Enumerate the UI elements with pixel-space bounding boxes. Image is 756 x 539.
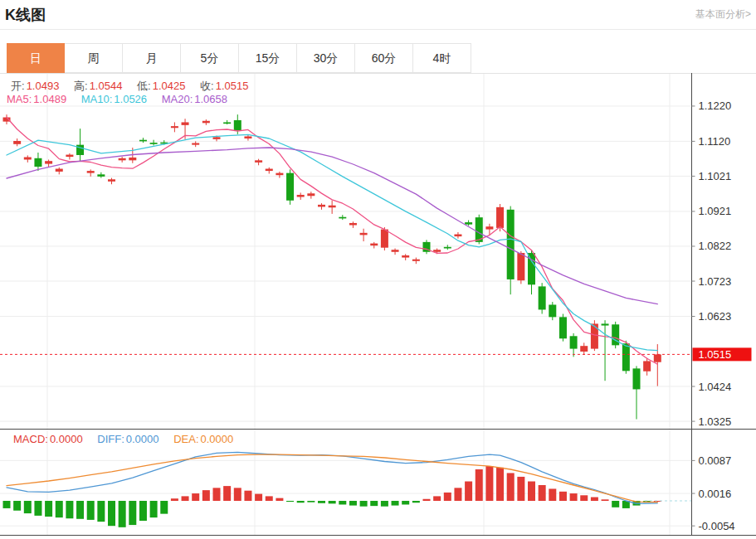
macd-hist-bar (454, 488, 461, 501)
tab-month[interactable]: 月 (123, 43, 181, 73)
candle-body (297, 195, 305, 197)
tab-4hour[interactable]: 4时 (413, 43, 471, 73)
price-axis-label: 1.0822 (699, 240, 732, 252)
candle-body (329, 206, 336, 208)
candle-body (192, 143, 199, 145)
kline-page: K线图 基本面分析> 日 周 月 5分 15分 30分 60分 4时 1.122… (0, 0, 756, 539)
candle-body (643, 361, 651, 371)
tab-15min[interactable]: 15分 (239, 43, 297, 73)
candle-body (349, 223, 357, 226)
macd-hist-bar (485, 466, 493, 501)
macd-hist-bar (97, 501, 105, 522)
macd-hist-bar (517, 477, 524, 501)
macd-hist-bar (360, 501, 368, 507)
macd-hist-bar (570, 493, 578, 501)
macd-hist-bar (244, 491, 251, 501)
ma20-line (7, 148, 657, 304)
candle-body (622, 343, 630, 371)
candle-body (539, 286, 546, 309)
tab-week[interactable]: 周 (65, 43, 123, 73)
candle-body (213, 137, 221, 139)
candle-body (412, 260, 420, 261)
candle-body (150, 143, 158, 144)
macd-hist-bar (370, 501, 378, 506)
candle-body (13, 141, 21, 144)
candle-body (97, 174, 105, 177)
period-tab-bar: 日 周 月 5分 15分 30分 60分 4时 (7, 43, 471, 73)
macd-hist-bar (76, 501, 84, 519)
candle-body (34, 158, 41, 167)
macd-hist-bar (266, 496, 273, 501)
candle-body (496, 207, 504, 228)
candle-body (559, 317, 567, 338)
macd-hist-bar (119, 501, 126, 527)
candle-body (517, 253, 524, 280)
macd-hist-bar (192, 493, 199, 501)
price-axis-label: 1.0325 (699, 415, 732, 428)
candle-body (139, 140, 147, 142)
tab-60min[interactable]: 60分 (355, 43, 413, 73)
macd-hist-bar (433, 496, 441, 501)
fundamental-analysis-link[interactable]: 基本面分析> (695, 7, 751, 22)
candle-body (339, 217, 346, 219)
candle-body (286, 173, 294, 201)
candle-body (318, 205, 325, 207)
macd-hist-bar (349, 501, 357, 506)
price-axis-label: 1.0424 (699, 381, 732, 393)
macd-hist-bar (234, 488, 241, 501)
candle-body (633, 368, 641, 389)
tab-5min[interactable]: 5分 (181, 43, 239, 73)
kline-chart-canvas[interactable]: 1.12201.11201.10211.09211.08221.07231.06… (0, 73, 756, 539)
price-axis-label: 1.1120 (699, 135, 731, 148)
macd-hist-bar (444, 493, 451, 501)
candle-body (454, 235, 461, 237)
candle-body (255, 160, 262, 163)
price-axis-label: 1.0921 (699, 205, 732, 217)
candle-body (87, 171, 95, 173)
candle-body (129, 158, 136, 160)
candle-body (591, 323, 598, 348)
last-price-badge-text: 1.0515 (699, 348, 732, 361)
candle-body (223, 122, 231, 124)
candle-body (392, 250, 399, 252)
macd-hist-bar (202, 490, 210, 501)
macd-hist-bar (591, 498, 598, 501)
macd-hist-bar (66, 501, 73, 518)
macd-hist-bar (528, 482, 535, 501)
macd-hist-bar (223, 486, 231, 501)
candle-body (580, 346, 588, 352)
candle-body (360, 233, 368, 236)
candle-body (402, 255, 409, 258)
candle-body (66, 155, 73, 158)
price-axis-label: 1.0723 (699, 275, 732, 288)
macd-hist-bar (476, 469, 483, 501)
macd-hist-bar (381, 501, 388, 507)
macd-hist-bar (307, 501, 315, 503)
macd-hist-bar (465, 482, 472, 501)
macd-hist-bar (276, 498, 283, 501)
macd-hist-bar (34, 501, 41, 516)
candle-body (433, 250, 441, 252)
macd-axis-label: 0.0087 (699, 454, 732, 467)
macd-hist-bar (297, 501, 305, 503)
candle-body (171, 126, 178, 128)
candle-body (549, 304, 556, 317)
candle-body (202, 121, 210, 124)
macd-hist-bar (286, 501, 294, 502)
candle-body (307, 193, 315, 196)
kline-chart[interactable]: 1.12201.11201.10211.09211.08221.07231.06… (0, 73, 756, 539)
candle-body (108, 179, 115, 182)
candle-body (444, 247, 451, 249)
page-header: K线图 基本面分析> (0, 0, 756, 30)
macd-hist-bar (423, 499, 431, 501)
macd-hist-bar (392, 501, 399, 506)
candle-body (234, 120, 241, 130)
tab-30min[interactable]: 30分 (297, 43, 355, 73)
macd-hist-bar (559, 492, 567, 501)
candle-body (266, 169, 273, 172)
macd-hist-bar (213, 488, 221, 501)
macd-hist-bar (150, 501, 158, 517)
tab-day[interactable]: 日 (7, 43, 65, 73)
candle-body (654, 354, 661, 362)
candle-body (45, 161, 52, 163)
